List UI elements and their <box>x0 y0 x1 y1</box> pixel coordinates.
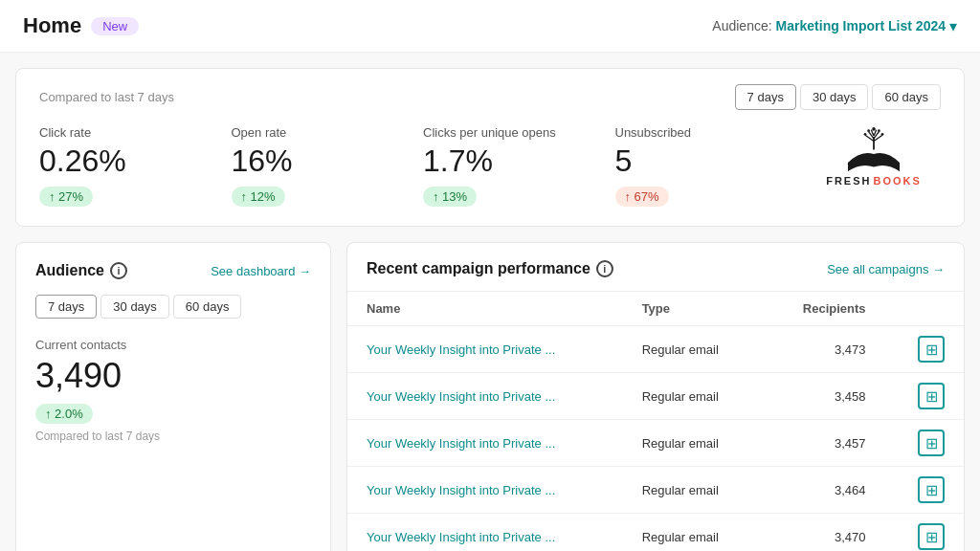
page-title: Home <box>23 13 81 38</box>
freshbooks-logo-svg <box>831 125 917 183</box>
stats-section: Compared to last 7 days 7 days 30 days 6… <box>15 68 965 227</box>
logo-books: BOOKS <box>873 175 921 187</box>
campaign-name-cell[interactable]: Your Weekly Insight into Private ... <box>347 420 623 467</box>
campaign-type-cell: Regular email <box>623 420 763 467</box>
current-contacts-value: 3,490 <box>35 356 311 396</box>
audience-section-title: Audience i <box>35 262 127 279</box>
stats-row: Click rate 0.26% ↑ 27% Open rate 16% ↑ 1… <box>39 125 941 207</box>
click-rate-label: Click rate <box>39 125 216 140</box>
clicks-unique-label: Clicks per unique opens <box>423 125 600 140</box>
audience-tabs: 7 days 30 days 60 days <box>35 295 311 319</box>
campaign-recipients-cell: 3,457 <box>762 420 884 467</box>
table-row: Your Weekly Insight into Private ...Regu… <box>347 420 964 467</box>
campaigns-table: Name Type Recipients Your Weekly Insight… <box>347 292 964 551</box>
freshbooks-logo: FRESH BOOKS <box>807 125 941 187</box>
chevron-down-icon[interactable]: ▾ <box>949 17 957 35</box>
svg-point-3 <box>864 133 867 136</box>
stat-click-rate: Click rate 0.26% ↑ 27% <box>39 125 232 207</box>
campaign-recipients-cell: 3,458 <box>762 373 884 420</box>
campaign-action-cell: ⊞ <box>885 373 964 420</box>
clicks-unique-value: 1.7% <box>423 143 600 179</box>
stats-header: Compared to last 7 days 7 days 30 days 6… <box>39 84 941 110</box>
stat-unsubscribed: Unsubscribed 5 ↑ 67% <box>615 125 808 207</box>
add-to-list-button[interactable]: ⊞ <box>918 430 945 456</box>
header-left: Home New <box>23 13 139 38</box>
table-header-row: Name Type Recipients <box>347 292 964 326</box>
campaign-name-cell[interactable]: Your Weekly Insight into Private ... <box>347 373 623 420</box>
new-badge: New <box>91 17 139 35</box>
open-rate-label: Open rate <box>232 125 409 140</box>
open-rate-value: 16% <box>232 143 409 179</box>
svg-point-0 <box>872 127 876 131</box>
add-to-list-button[interactable]: ⊞ <box>918 476 945 503</box>
campaign-name-cell[interactable]: Your Weekly Insight into Private ... <box>347 326 623 373</box>
table-row: Your Weekly Insight into Private ...Regu… <box>347 326 964 373</box>
add-to-list-button[interactable]: ⊞ <box>918 336 945 363</box>
unsubscribed-label: Unsubscribed <box>615 125 792 140</box>
audience-value[interactable]: Marketing Import List 2024 <box>776 18 946 33</box>
unsubscribed-value: 5 <box>615 143 792 179</box>
campaign-type-cell: Regular email <box>623 373 763 420</box>
col-action <box>885 292 964 326</box>
clicks-unique-badge: ↑ 13% <box>423 187 477 207</box>
campaign-panel: Recent campaign performance i See all ca… <box>346 242 965 551</box>
campaign-info-icon[interactable]: i <box>596 260 613 277</box>
audience-header-row: Audience i See dashboard → <box>35 262 311 279</box>
campaign-recipients-cell: 3,470 <box>762 514 884 552</box>
svg-point-4 <box>881 133 884 136</box>
open-rate-badge: ↑ 12% <box>232 187 285 207</box>
add-to-list-button[interactable]: ⊞ <box>918 523 945 550</box>
click-rate-badge: ↑ 27% <box>39 187 93 207</box>
svg-point-1 <box>867 129 870 132</box>
contacts-change-badge: ↑ 2.0% <box>35 404 93 424</box>
campaign-action-cell: ⊞ <box>885 467 964 514</box>
see-dashboard-link[interactable]: See dashboard → <box>211 264 311 278</box>
campaign-action-cell: ⊞ <box>885 514 964 552</box>
col-name: Name <box>347 292 623 326</box>
campaign-action-cell: ⊞ <box>885 420 964 467</box>
campaign-action-cell: ⊞ <box>885 326 964 373</box>
campaign-recipients-cell: 3,464 <box>762 467 884 514</box>
click-rate-value: 0.26% <box>39 143 216 179</box>
campaign-name-cell[interactable]: Your Weekly Insight into Private ... <box>347 467 623 514</box>
audience-panel: Audience i See dashboard → 7 days 30 day… <box>15 242 331 551</box>
campaign-title-text: Recent campaign performance <box>367 260 590 277</box>
current-contacts-label: Current contacts <box>35 338 311 352</box>
campaign-header: Recent campaign performance i See all ca… <box>347 243 964 292</box>
col-type: Type <box>623 292 763 326</box>
stat-clicks-unique: Clicks per unique opens 1.7% ↑ 13% <box>423 125 615 207</box>
stats-tab-30days[interactable]: 30 days <box>800 84 869 110</box>
stat-open-rate: Open rate 16% ↑ 12% <box>232 125 424 207</box>
audience-info-icon[interactable]: i <box>110 262 127 279</box>
aud-tab-30days[interactable]: 30 days <box>100 295 169 319</box>
campaign-type-cell: Regular email <box>623 467 763 514</box>
bottom-area: Audience i See dashboard → 7 days 30 day… <box>15 242 965 551</box>
table-row: Your Weekly Insight into Private ...Regu… <box>347 373 964 420</box>
audience-selector[interactable]: Audience: Marketing Import List 2024 ▾ <box>712 17 957 35</box>
campaign-type-cell: Regular email <box>623 326 763 373</box>
campaign-type-cell: Regular email <box>623 514 763 552</box>
logo-fresh: FRESH <box>826 175 871 187</box>
campaign-section-title: Recent campaign performance i <box>367 260 613 277</box>
unsubscribed-badge: ↑ 67% <box>615 187 669 207</box>
audience-title-text: Audience <box>35 262 104 279</box>
col-recipients: Recipients <box>762 292 884 326</box>
campaign-recipients-cell: 3,473 <box>762 326 884 373</box>
stats-tab-7days[interactable]: 7 days <box>735 84 796 110</box>
contacts-compared-text: Compared to last 7 days <box>35 430 311 443</box>
campaign-name-cell[interactable]: Your Weekly Insight into Private ... <box>347 514 623 552</box>
see-all-campaigns-link[interactable]: See all campaigns → <box>827 262 945 276</box>
campaign-title-row: Recent campaign performance i <box>367 260 613 277</box>
top-header: Home New Audience: Marketing Import List… <box>0 0 980 53</box>
stats-tab-60days[interactable]: 60 days <box>872 84 941 110</box>
aud-tab-7days[interactable]: 7 days <box>35 295 97 319</box>
aud-tab-60days[interactable]: 60 days <box>173 295 242 319</box>
compared-text: Compared to last 7 days <box>39 90 174 104</box>
add-to-list-button[interactable]: ⊞ <box>918 383 945 409</box>
svg-point-2 <box>878 129 880 132</box>
table-row: Your Weekly Insight into Private ...Regu… <box>347 467 964 514</box>
stats-time-tabs: 7 days 30 days 60 days <box>735 84 941 110</box>
table-row: Your Weekly Insight into Private ...Regu… <box>347 514 964 552</box>
audience-label: Audience: <box>712 18 771 33</box>
